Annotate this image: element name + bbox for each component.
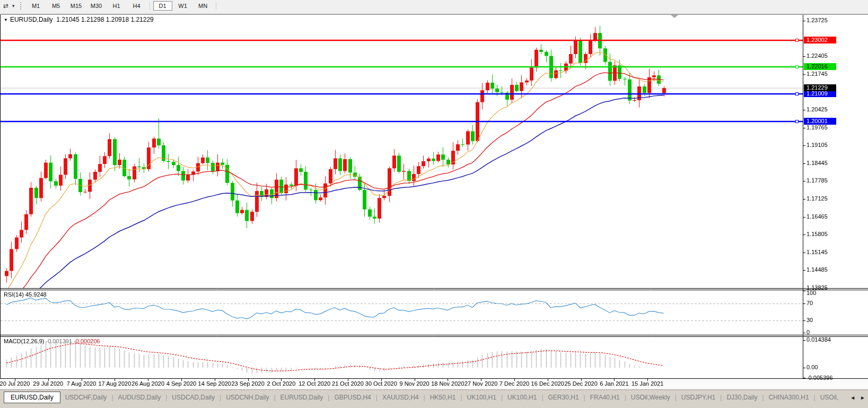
price-tick-label: 1.15805	[806, 231, 828, 237]
price-tick-label: 1.20425	[806, 106, 828, 112]
timeframe-button-h1[interactable]: H1	[107, 1, 126, 11]
toolbar-separator	[216, 2, 216, 10]
price-tick-label: 1.18445	[806, 160, 828, 166]
date-tick-label: 15 Jan 2021	[632, 380, 664, 387]
price-tick-label: 1.19105	[806, 142, 828, 148]
rsi-indicator-label: RSI(14) 45.9248	[4, 291, 47, 298]
date-tick-label: 7 Aug 2020	[67, 380, 97, 387]
date-tick-label: 7 Dec 2020	[499, 380, 529, 387]
date-tick-label: 14 Sep 2020	[198, 380, 231, 387]
rsi-current-value: 45.9248	[25, 291, 47, 298]
rsi-tick-label: 0	[806, 329, 810, 335]
price-tick-label: 1.19765	[806, 124, 828, 131]
chart-tab-bar: EURUSD,DailyUSDCHF,Daily|AUDUSD,Daily|US…	[0, 389, 868, 408]
date-tick-label: 6 Jan 2021	[600, 380, 628, 387]
price-tick-label: 1.21745	[806, 71, 828, 77]
date-tick-label: 30 Oct 2020	[365, 380, 397, 387]
bottom-tab-usdjpy-h1[interactable]: USDJPY,H1	[677, 392, 720, 403]
macd-tick-label: 0.014384	[806, 336, 831, 343]
bottom-tab-china300-h1[interactable]: CHINA300,H1	[764, 392, 814, 403]
date-tick-label: 12 Oct 2020	[299, 380, 330, 387]
bottom-tab-uk100-h1[interactable]: UK100,H1	[503, 392, 541, 403]
price-level-badge: 1.23002	[804, 37, 836, 44]
chart-ohlc-values: 1.21045 1.21298 1.20918 1.21229	[56, 16, 154, 23]
toolbar-grip[interactable]	[20, 2, 22, 10]
date-tick-label: 29 Jul 2020	[33, 380, 63, 387]
price-tick-label: 1.22405	[806, 53, 828, 59]
rsi-tick-label: 100	[806, 290, 816, 296]
bottom-tab-gbpusd-h4[interactable]: GBPUSD,H4	[329, 392, 375, 403]
crosshair-cursor-icon[interactable]: ⇄	[1, 2, 11, 10]
timeframe-button-mn[interactable]: MN	[194, 1, 213, 11]
bottom-tab-usoil-[interactable]: USOil,	[816, 392, 844, 403]
date-tick-label: 26 Aug 2020	[131, 380, 164, 387]
date-tick-label: 25 Dec 2020	[564, 380, 597, 387]
price-level-badge: 1.21009	[804, 90, 836, 97]
timeframe-button-m5[interactable]: M5	[47, 1, 66, 11]
macd-tick-label: -0.005396	[806, 375, 833, 381]
timeframe-button-h4[interactable]: H4	[127, 1, 146, 11]
rsi-tick-label: 70	[806, 300, 813, 306]
rsi-name: RSI(14)	[4, 291, 24, 298]
price-level-badge: 1.20001	[804, 118, 836, 125]
toolbar-divider	[0, 11, 868, 15]
tab-scroll-right-icon[interactable]: ►	[860, 395, 865, 401]
date-tick-label: 27 Nov 2020	[464, 380, 497, 387]
bottom-tab-eurusd-daily[interactable]: EURUSD,Daily	[4, 392, 60, 403]
macd-signal-value: -0.000206	[74, 338, 100, 344]
bottom-tab-audusd-daily[interactable]: AUDUSD,Daily	[113, 392, 166, 403]
date-tick-label: 21 Oct 2020	[332, 380, 364, 387]
chart-title: ▼EURUSD,Daily 1.21045 1.21298 1.20918 1.…	[4, 16, 154, 23]
chart-canvas[interactable]	[0, 0, 868, 408]
macd-main-value: -0.001391	[46, 338, 72, 344]
date-tick-label: 18 Nov 2020	[431, 380, 464, 387]
tab-scroll-arrows: ◄ ►	[847, 395, 865, 401]
price-tick-label: 1.23725	[806, 17, 828, 23]
price-tick-label: 1.16465	[806, 213, 828, 220]
timeframe-button-d1[interactable]: D1	[153, 1, 172, 11]
chevron-down-icon[interactable]: ▾	[12, 3, 15, 8]
bottom-tab-usdcad-daily[interactable]: USDCAD,Daily	[167, 392, 220, 403]
rsi-tick-label: 30	[806, 317, 813, 323]
price-tick-label: 1.14485	[806, 266, 828, 273]
price-tick-label: 1.17125	[806, 195, 828, 202]
date-tick-label: 9 Nov 2020	[399, 380, 429, 387]
timeframe-button-m1[interactable]: M1	[27, 1, 46, 11]
macd-name: MACD(12,26,9)	[4, 338, 44, 344]
price-tick-label: 1.15145	[806, 249, 828, 255]
bottom-tab-usdcnh-daily[interactable]: USDCNH,Daily	[221, 392, 274, 403]
bottom-tab-xauusd-h4[interactable]: XAUUSD,H4	[378, 392, 424, 403]
date-tick-label: 4 Sep 2020	[166, 380, 196, 387]
date-tick-label: 23 Sep 2020	[231, 380, 264, 387]
date-tick-label: 16 Dec 2020	[531, 380, 564, 387]
date-tick-label: 17 Aug 2020	[98, 380, 131, 387]
toolbar-separator	[150, 2, 150, 10]
price-tick-label: 1.17785	[806, 177, 828, 184]
bottom-tab-uk100-h1[interactable]: UK100,H1	[462, 392, 501, 403]
bottom-tab-usdchf-daily[interactable]: USDCHF,Daily	[60, 392, 112, 403]
macd-tick-label: 0.00	[806, 364, 818, 370]
bottom-tab-hk50-h1[interactable]: HK50,H1	[425, 392, 461, 403]
current-price-badge: 1.21229	[804, 84, 836, 91]
timeframe-button-m15[interactable]: M15	[67, 1, 86, 11]
bottom-tab-usoil-weekly[interactable]: USOil,Weekly	[626, 392, 675, 403]
bottom-tab-eurusd-daily[interactable]: EURUSD,Daily	[276, 392, 328, 403]
price-level-badge: 1.22016	[804, 63, 836, 70]
date-tick-label: 2 Oct 2020	[267, 380, 295, 387]
bottom-tab-fra40-h1[interactable]: FRA40,H1	[585, 392, 625, 403]
tab-scroll-left-icon[interactable]: ◄	[850, 395, 855, 401]
timeframe-button-m30[interactable]: M30	[87, 1, 106, 11]
toolbar: ⇄ ▾ M1M5M15M30H1H4D1W1MN	[0, 0, 868, 11]
macd-indicator-label: MACD(12,26,9) -0.001391 -0.000206	[4, 338, 100, 344]
bottom-tab-dj30-daily[interactable]: DJ30,Daily	[722, 392, 762, 403]
chart-symbol-period: EURUSD,Daily	[10, 16, 53, 23]
timeframe-button-w1[interactable]: W1	[173, 1, 192, 11]
date-tick-label: 20 Jul 2020	[0, 380, 30, 387]
timeframe-button-group: M1M5M15M30H1H4D1W1MN	[26, 1, 219, 11]
bottom-tab-ger30-h1[interactable]: GER30,H1	[543, 392, 584, 403]
collapse-triangle-icon[interactable]: ▼	[4, 18, 8, 22]
